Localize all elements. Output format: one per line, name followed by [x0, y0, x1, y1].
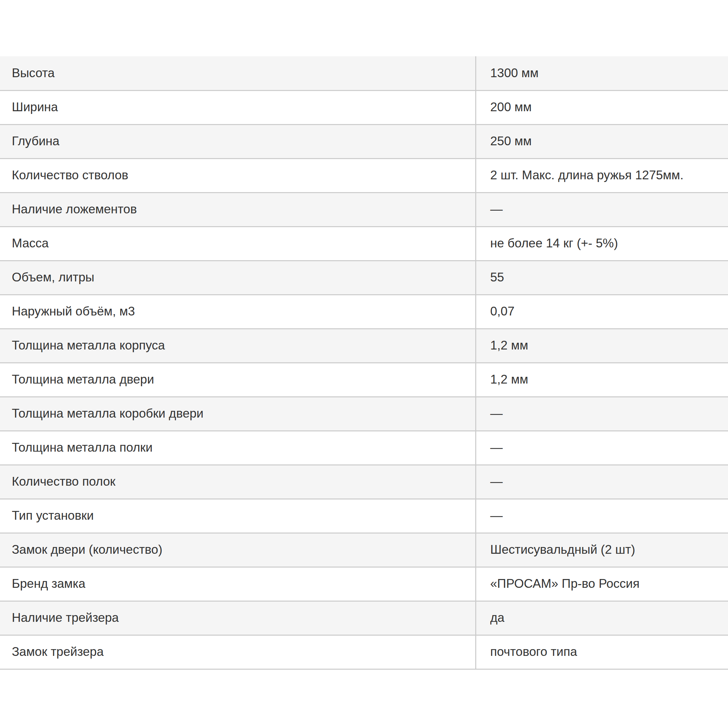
table-row: Тип установки —: [0, 499, 728, 533]
spec-label: Бренд замка: [0, 567, 476, 601]
spec-value: 200 мм: [476, 90, 728, 124]
spec-value: да: [476, 601, 728, 635]
table-row: Высота 1300 мм: [0, 56, 728, 90]
spec-value: не более 14 кг (+- 5%): [476, 226, 728, 260]
spec-value: 1,2 мм: [476, 329, 728, 362]
spec-value: 250 мм: [476, 124, 728, 158]
table-row: Наружный объём, м3 0,07: [0, 295, 728, 329]
page: { "theme": { "page_bg": "#ffffff", "row_…: [0, 0, 728, 728]
table-row: Толщина металла корпуса 1,2 мм: [0, 329, 728, 362]
table-row: Наличие трейзера да: [0, 601, 728, 635]
spec-label: Количество полок: [0, 465, 476, 499]
table-row: Толщина металла двери 1,2 мм: [0, 362, 728, 397]
specifications-section: Высота 1300 мм Ширина 200 мм Глубина 250…: [0, 56, 728, 670]
spec-label: Объем, литры: [0, 260, 476, 295]
spec-label: Толщина металла полки: [0, 431, 476, 465]
table-row: Глубина 250 мм: [0, 124, 728, 158]
table-row: Толщина металла полки —: [0, 431, 728, 465]
table-row: Количество полок —: [0, 465, 728, 499]
spec-value: —: [476, 193, 728, 226]
table-row: Количество стволов 2 шт. Макс. длина руж…: [0, 158, 728, 193]
spec-value: «ПРОСАМ» Пр-во Россия: [476, 567, 728, 601]
spec-label: Наличие трейзера: [0, 601, 476, 635]
spec-value: 1,2 мм: [476, 362, 728, 397]
spec-label: Масса: [0, 226, 476, 260]
table-row: Наличие ложементов —: [0, 193, 728, 226]
spec-label: Глубина: [0, 124, 476, 158]
spec-label: Толщина металла корпуса: [0, 329, 476, 362]
table-row: Масса не более 14 кг (+- 5%): [0, 226, 728, 260]
spec-value: —: [476, 397, 728, 431]
spec-table-body: Высота 1300 мм Ширина 200 мм Глубина 250…: [0, 56, 728, 669]
table-row: Замок трейзера почтового типа: [0, 635, 728, 669]
spec-label: Наличие ложементов: [0, 193, 476, 226]
spec-value: 0,07: [476, 295, 728, 329]
spec-value: 2 шт. Макс. длина ружья 1275мм.: [476, 158, 728, 193]
specifications-table: Высота 1300 мм Ширина 200 мм Глубина 250…: [0, 56, 728, 670]
spec-label: Высота: [0, 56, 476, 90]
spec-value: почтового типа: [476, 635, 728, 669]
spec-label: Количество стволов: [0, 158, 476, 193]
table-row: Объем, литры 55: [0, 260, 728, 295]
spec-label: Замок трейзера: [0, 635, 476, 669]
spec-value: Шестисувальдный (2 шт): [476, 533, 728, 567]
spec-label: Толщина металла двери: [0, 362, 476, 397]
spec-label: Замок двери (количество): [0, 533, 476, 567]
table-row: Толщина металла коробки двери —: [0, 397, 728, 431]
spec-value: —: [476, 431, 728, 465]
table-row: Ширина 200 мм: [0, 90, 728, 124]
spec-value: 55: [476, 260, 728, 295]
spec-value: —: [476, 499, 728, 533]
spec-label: Толщина металла коробки двери: [0, 397, 476, 431]
table-row: Замок двери (количество) Шестисувальдный…: [0, 533, 728, 567]
spec-label: Ширина: [0, 90, 476, 124]
table-row: Бренд замка «ПРОСАМ» Пр-во Россия: [0, 567, 728, 601]
spec-value: —: [476, 465, 728, 499]
spec-label: Наружный объём, м3: [0, 295, 476, 329]
spec-value: 1300 мм: [476, 56, 728, 90]
spec-label: Тип установки: [0, 499, 476, 533]
